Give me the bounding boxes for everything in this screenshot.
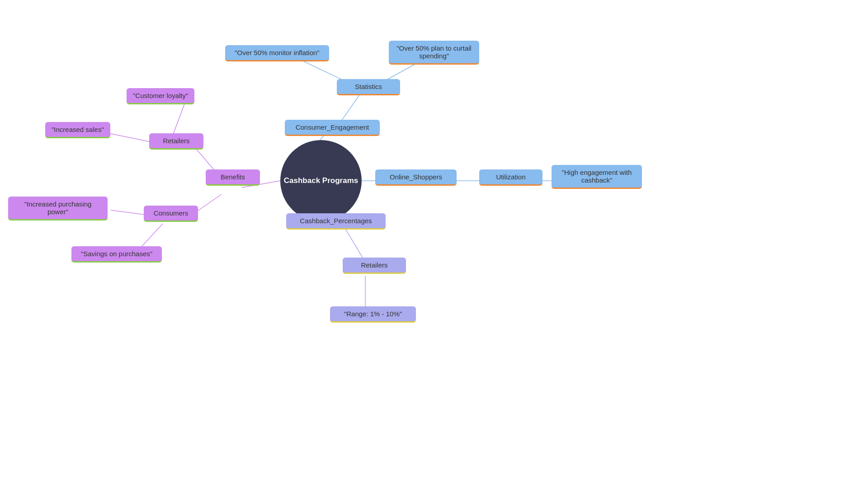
increased-sales-node[interactable]: "Increased sales" bbox=[45, 122, 110, 138]
consumers-label: Consumers bbox=[154, 209, 189, 217]
statistics-node[interactable]: Statistics bbox=[337, 79, 400, 95]
center-label: Cashback Programs bbox=[284, 176, 358, 185]
consumer-engagement-label: Consumer_Engagement bbox=[296, 123, 369, 131]
monitor-inflation-label: "Over 50% monitor inflation" bbox=[235, 49, 319, 56]
benefits-node[interactable]: Benefits bbox=[206, 169, 260, 186]
increased-sales-label: "Increased sales" bbox=[52, 126, 104, 133]
online-shoppers-label: Online_Shoppers bbox=[390, 173, 442, 181]
utilization-node[interactable]: Utilization bbox=[479, 169, 542, 186]
consumers-node[interactable]: Consumers bbox=[144, 206, 198, 222]
high-engagement-node[interactable]: "High engagement with cashback" bbox=[552, 165, 642, 189]
utilization-label: Utilization bbox=[496, 173, 525, 181]
benefits-label: Benefits bbox=[221, 173, 245, 181]
svg-line-3 bbox=[172, 102, 185, 138]
savings-label: "Savings on purchases" bbox=[81, 250, 152, 258]
consumer-engagement-node[interactable]: Consumer_Engagement bbox=[285, 120, 380, 136]
high-engagement-label: "High engagement with cashback" bbox=[558, 169, 636, 184]
svg-line-5 bbox=[111, 210, 145, 215]
cashback-percentages-label: Cashback_Percentages bbox=[300, 217, 372, 225]
retailers-left-node[interactable]: Retailers bbox=[149, 133, 203, 150]
svg-line-4 bbox=[108, 133, 153, 142]
online-shoppers-node[interactable]: Online_Shoppers bbox=[375, 169, 457, 186]
statistics-label: Statistics bbox=[355, 83, 382, 90]
retailers-left-label: Retailers bbox=[163, 137, 189, 145]
curtail-spending-label: "Over 50% plan to curtail spending" bbox=[395, 44, 473, 60]
cashback-percentages-node[interactable]: Cashback_Percentages bbox=[286, 213, 386, 230]
monitor-inflation-node[interactable]: "Over 50% monitor inflation" bbox=[225, 45, 329, 61]
increased-purchasing-label: "Increased purchasing power" bbox=[14, 200, 101, 216]
range-node[interactable]: "Range: 1% - 10%" bbox=[330, 306, 416, 323]
customer-loyalty-node[interactable]: "Customer loyalty" bbox=[127, 88, 194, 104]
customer-loyalty-label: "Customer loyalty" bbox=[133, 92, 188, 99]
retailers-bottom-node[interactable]: Retailers bbox=[343, 258, 406, 274]
savings-node[interactable]: "Savings on purchases" bbox=[71, 246, 162, 263]
retailers-bottom-label: Retailers bbox=[361, 261, 387, 269]
range-label: "Range: 1% - 10%" bbox=[344, 310, 402, 318]
svg-line-15 bbox=[344, 226, 365, 262]
center-node[interactable]: Cashback Programs bbox=[280, 140, 362, 221]
curtail-spending-node[interactable]: "Over 50% plan to curtail spending" bbox=[389, 41, 479, 65]
increased-purchasing-node[interactable]: "Increased purchasing power" bbox=[8, 197, 108, 221]
